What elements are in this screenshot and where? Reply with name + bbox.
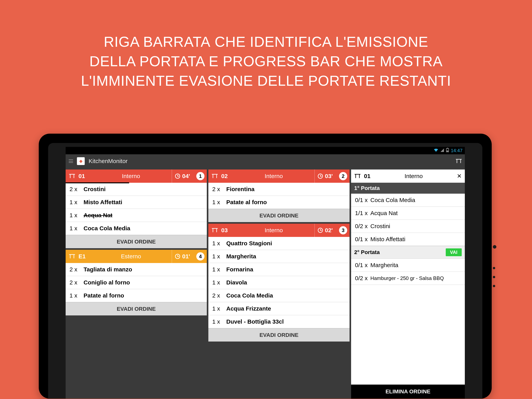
table-number: E1 <box>78 253 90 260</box>
line-name-struck: Acqua Nat <box>83 212 112 219</box>
line-name: Diavola <box>226 279 247 286</box>
order-line[interactable]: 2 x Coniglio al forno <box>66 276 207 289</box>
line-name: Acqua Nat <box>370 210 398 216</box>
order-card-e1: E1 Esterno 01' 4 2 x Tagliata di ma <box>66 250 207 315</box>
line-qty: 0/1 x <box>355 197 368 203</box>
line-name: Margherita <box>370 262 398 269</box>
evadi-ordine-button[interactable]: EVADI ORDINE <box>66 235 207 248</box>
order-card-03: 03 Interno 02' 3 1 xQuattro Stagioni 1 x… <box>208 224 349 341</box>
order-card-02: 02 Interno 03' 2 2 x Fiorentina <box>208 169 349 222</box>
detail-line[interactable]: 0/2 xHamburger - 250 gr - Salsa BBQ <box>351 272 465 285</box>
cell-signal-icon <box>440 148 444 153</box>
order-header[interactable]: 01 Interno 04' 1 <box>66 169 207 183</box>
clock-icon <box>318 228 323 233</box>
detail-line[interactable]: 0/1 xCoca Cola Media <box>351 194 465 207</box>
detail-line[interactable]: 0/1 xMargherita <box>351 259 465 272</box>
order-header[interactable]: 02 Interno 03' 2 <box>208 169 349 183</box>
line-qty: 2 x <box>212 186 223 193</box>
promo-headline: RIGA BARRATA CHE IDENTIFICA L'EMISSIONE … <box>0 32 532 90</box>
course-badge: 2 <box>339 172 347 180</box>
table-icon <box>212 174 218 178</box>
course-badge: 1 <box>196 172 204 180</box>
clock-icon <box>318 174 323 179</box>
line-name: Misto Affettati <box>83 199 122 206</box>
order-header[interactable]: 03 Interno 02' 3 <box>208 224 349 237</box>
order-line[interactable]: 1 x Acqua Nat <box>66 209 207 222</box>
clock-icon <box>175 174 180 179</box>
line-name: Crostini <box>370 223 390 230</box>
app-title: KitchenMonitor <box>89 158 127 164</box>
line-qty: 1 x <box>212 318 223 325</box>
table-icon <box>69 254 75 258</box>
order-line[interactable]: 1 x Misto Affettati <box>66 196 207 209</box>
line-qty: 2 x <box>70 266 81 273</box>
course-badge: 4 <box>196 252 204 260</box>
line-name: Patate al forno <box>83 292 124 299</box>
line-qty: 0/1 x <box>355 262 368 269</box>
close-icon[interactable]: ✕ <box>457 173 462 180</box>
order-line[interactable]: 1 xAcqua Frizzante <box>208 302 349 315</box>
menu-icon[interactable] <box>69 159 73 163</box>
detail-line[interactable]: 0/1 xMisto Affettati <box>351 233 465 246</box>
order-line[interactable]: 1 xFornarina <box>208 263 349 276</box>
course-2-header: 2° Portata VAI <box>351 246 465 259</box>
order-line[interactable]: 1 xMargherita <box>208 250 349 263</box>
line-qty: 1 x <box>212 240 223 247</box>
android-statusbar: 14:47 <box>66 147 465 154</box>
order-header[interactable]: E1 Esterno 01' 4 <box>66 250 207 263</box>
course-badge: 3 <box>339 226 347 234</box>
line-qty: 1 x <box>70 212 81 219</box>
order-line[interactable]: 1 x Patate al forno <box>208 196 349 209</box>
wifi-icon <box>434 148 438 154</box>
table-number: 03 <box>221 227 233 234</box>
table-number: 01 <box>78 173 90 180</box>
line-name: Quattro Stagioni <box>226 240 272 247</box>
line-qty: 2 x <box>70 279 81 286</box>
line-qty: 1/1 x <box>355 210 368 216</box>
detail-table-number: 01 <box>364 173 370 180</box>
order-line[interactable]: 1 x Patate al forno <box>66 289 207 302</box>
line-name: Fornarina <box>226 266 253 273</box>
line-qty: 1 x <box>212 279 223 286</box>
line-name: Margherita <box>226 253 256 260</box>
tables-icon[interactable] <box>456 159 462 163</box>
line-name: Coca Cola Media <box>83 225 130 232</box>
course-2-title: 2° Portata <box>354 249 380 255</box>
statusbar-clock: 14:47 <box>451 148 462 153</box>
order-line[interactable]: 2 x Tagliata di manzo <box>66 263 207 276</box>
line-qty: 0/2 x <box>355 223 368 230</box>
elimina-ordine-button[interactable]: ELIMINA ORDINE <box>351 385 465 399</box>
detail-header: 01 Interno ✕ <box>351 169 465 183</box>
order-line[interactable]: 1 xDiavola <box>208 276 349 289</box>
line-name: Crostini <box>83 186 106 193</box>
clock-icon <box>175 254 180 259</box>
line-qty: 1 x <box>212 253 223 260</box>
order-card-01: 01 Interno 04' 1 2 x <box>66 169 207 248</box>
line-name: Patate al forno <box>226 199 267 206</box>
battery-icon <box>446 148 449 153</box>
course-1-header: 1° Portata <box>351 183 465 194</box>
evadi-ordine-button[interactable]: EVADI ORDINE <box>208 328 349 341</box>
vai-button[interactable]: VAI <box>446 248 462 256</box>
evadi-ordine-button[interactable]: EVADI ORDINE <box>66 302 207 315</box>
line-qty: 1 x <box>212 199 223 206</box>
line-name: Duvel - Bottiglia 33cl <box>226 318 284 325</box>
order-line[interactable]: 2 x Crostini <box>66 183 207 196</box>
detail-line[interactable]: 0/2 xCrostini <box>351 220 465 233</box>
evadi-ordine-button[interactable]: EVADI ORDINE <box>208 209 349 222</box>
detail-line[interactable]: 1/1 xAcqua Nat <box>351 207 465 220</box>
table-location: Interno <box>236 173 311 180</box>
order-line[interactable]: 1 xQuattro Stagioni <box>208 237 349 250</box>
order-line[interactable]: 2 x Fiorentina <box>208 183 349 196</box>
elapsed-time: 01' <box>182 253 190 260</box>
line-qty: 2 x <box>212 292 223 299</box>
table-location: Interno <box>236 227 311 234</box>
line-qty: 1 x <box>212 305 223 312</box>
order-detail-panel: 01 Interno ✕ 1° Portata 0/1 xCoca Cola M… <box>351 169 465 399</box>
line-qty: 2 x <box>70 186 81 193</box>
order-line[interactable]: 1 xDuvel - Bottiglia 33cl <box>208 315 349 328</box>
table-location: Esterno <box>94 253 168 260</box>
tablet-frame: 14:47 ◆ KitchenMonitor 01 <box>39 134 492 399</box>
order-line[interactable]: 1 x Coca Cola Media <box>66 222 207 235</box>
order-line[interactable]: 2 xCoca Cola Media <box>208 289 349 302</box>
